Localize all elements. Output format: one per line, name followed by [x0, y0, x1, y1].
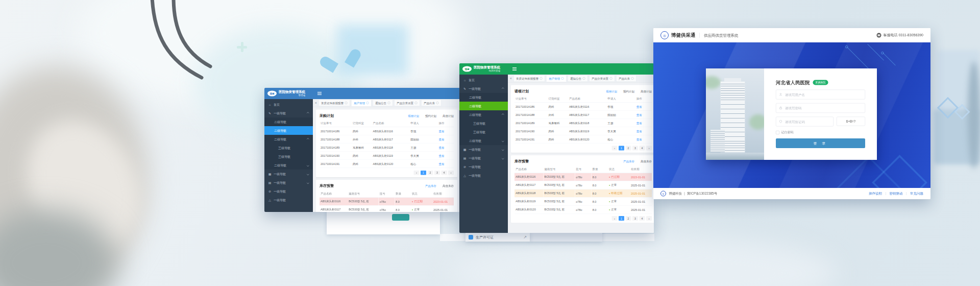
remember-checkbox[interactable] [776, 131, 779, 134]
sidebar-item-4[interactable]: 二级导航 [264, 135, 313, 144]
tab-close-icon[interactable] [345, 102, 348, 104]
license-list-item[interactable]: 生产许可证 ↗ [465, 233, 530, 242]
hamburger-icon[interactable] [512, 69, 517, 69]
sidebar-item-2[interactable]: 二级导航 [264, 117, 313, 126]
page-next[interactable]: › [448, 171, 454, 175]
card-link-2[interactable]: 高值计划 [641, 89, 652, 93]
tab-2[interactable]: 通知公告 [373, 100, 393, 106]
page-3[interactable]: 3 [632, 216, 638, 221]
sidebar-item-2[interactable]: 二级导航 [459, 93, 508, 102]
page-next[interactable]: › [646, 216, 652, 221]
view-link[interactable]: 查看 [438, 130, 444, 133]
page-prev[interactable]: ‹ [612, 216, 618, 221]
sidebar-item-10[interactable]: ⊘一级导航 [264, 187, 313, 196]
tab-close-icon[interactable] [415, 102, 418, 104]
sidebar-item-6[interactable]: 三级导航 [264, 152, 313, 161]
sidebar-item-9[interactable]: ▤一级导航 [459, 154, 508, 162]
sidebar-item-0[interactable]: ⌂首页 [459, 76, 508, 84]
tab-close-icon[interactable] [436, 102, 439, 104]
login-button[interactable]: 登 录 [776, 138, 865, 148]
footer-link-help[interactable]: 操作说明 [869, 192, 882, 196]
sidebar-item-9[interactable]: ▤一级导航 [264, 178, 313, 187]
page-2[interactable]: 2 [428, 171, 433, 175]
tab-2[interactable]: 通知公告 [568, 75, 588, 82]
tab-3[interactable]: 产品分类设置 [589, 75, 615, 82]
page-4[interactable]: 4 [640, 146, 645, 151]
tab-0[interactable]: 资质证件效期预警 [318, 100, 350, 106]
view-link[interactable]: 查看 [438, 146, 444, 149]
tab-close-icon[interactable] [631, 77, 634, 80]
page-3[interactable]: 3 [632, 146, 638, 151]
sidebar-item-7[interactable]: 二级导航 [459, 136, 508, 145]
view-link[interactable]: 查看 [438, 138, 444, 141]
card-link-1[interactable]: 预约计划 [623, 89, 634, 93]
password-field[interactable] [785, 106, 862, 110]
card-link-0[interactable]: 产品库存 [623, 159, 634, 163]
sidebar-item-6[interactable]: 三级导航 [459, 128, 508, 136]
plan-table: 计划单号订货科室产品名称申请人操作20171001A186内科ABS床头柜011… [514, 95, 652, 144]
sidebar-item-1[interactable]: ✎一级导航 [459, 84, 508, 93]
card-link-0[interactable]: 产品库存 [425, 184, 436, 188]
sidebar-item-4[interactable]: 二级导航 [459, 110, 508, 119]
collapse-tabs-icon[interactable]: « [315, 101, 317, 105]
tab-1[interactable]: 用户管理 [351, 100, 372, 106]
tab-close-icon[interactable] [540, 77, 543, 80]
sidebar-item-5[interactable]: 三级导航 [264, 144, 313, 152]
page-2[interactable]: 2 [626, 216, 631, 221]
card-link-1[interactable]: 高值库存 [443, 184, 454, 188]
page-4[interactable]: 4 [442, 171, 447, 175]
card-link-2[interactable]: 高值计划 [443, 114, 454, 118]
page-3[interactable]: 3 [434, 171, 440, 175]
view-link[interactable]: 查看 [636, 138, 642, 141]
fragment-button[interactable] [392, 214, 409, 221]
tab-close-icon[interactable] [583, 77, 585, 80]
expand-icon[interactable]: ↗ [523, 235, 527, 240]
tab-4[interactable]: 产品出库 [421, 100, 442, 106]
page-1[interactable]: 1 [619, 216, 624, 221]
collapse-tabs-icon[interactable]: « [510, 77, 512, 81]
page-4[interactable]: 4 [640, 216, 645, 221]
page-2[interactable]: 2 [626, 146, 631, 151]
view-link[interactable]: 查看 [636, 113, 642, 116]
captcha-question[interactable]: 6+8=? [837, 117, 865, 126]
sidebar-item-11[interactable]: △一级导航 [264, 196, 313, 204]
view-link[interactable]: 查看 [636, 105, 642, 108]
card-link-0[interactable]: 领用计划 [606, 89, 617, 93]
card-link-1[interactable]: 预约计划 [425, 114, 436, 118]
footer-link-key-driver[interactable]: 密钥驱动 [890, 192, 903, 196]
sidebar-item-0[interactable]: ⌂首页 [264, 100, 313, 109]
sidebar-item-3[interactable]: 二级导航 [459, 102, 508, 110]
page-next[interactable]: › [646, 146, 652, 151]
footer-link-faq[interactable]: 常见问题 [910, 192, 923, 196]
page-prev[interactable]: ‹ [612, 146, 618, 151]
sidebar-item-11[interactable]: △一级导航 [459, 171, 508, 180]
tab-close-icon[interactable] [388, 102, 390, 104]
tab-close-icon[interactable] [366, 102, 369, 104]
view-link[interactable]: 查看 [636, 122, 642, 125]
tab-3[interactable]: 产品分类设置 [394, 100, 420, 106]
sidebar-item-8[interactable]: ▦一级导航 [459, 145, 508, 154]
view-link[interactable]: 查看 [438, 162, 444, 165]
hospital-badge[interactable]: 更换医院 [813, 80, 828, 85]
tab-1[interactable]: 用户管理 [546, 75, 567, 82]
card-link-0[interactable]: 领用计划 [408, 114, 419, 118]
sidebar-item-7[interactable]: 二级导航 [264, 161, 313, 170]
sidebar-item-5[interactable]: 三级导航 [459, 119, 508, 128]
tab-0[interactable]: 资质证件效期预警 [513, 75, 545, 82]
sidebar-item-8[interactable]: ▦一级导航 [264, 170, 313, 178]
view-link[interactable]: 查看 [438, 154, 444, 157]
page-1[interactable]: 1 [619, 146, 624, 151]
captcha-field[interactable] [785, 120, 830, 124]
page-prev[interactable]: ‹ [414, 171, 420, 175]
sidebar-item-3[interactable]: 二级导航 [264, 126, 313, 135]
username-field[interactable] [785, 92, 862, 97]
sidebar-item-10[interactable]: ⊘一级导航 [459, 162, 508, 171]
page-1[interactable]: 1 [421, 171, 426, 175]
tab-close-icon[interactable] [610, 77, 612, 80]
tab-close-icon[interactable] [561, 77, 564, 80]
card-link-1[interactable]: 高值库存 [641, 159, 652, 163]
sidebar-item-1[interactable]: ✎一级导航 [264, 109, 313, 117]
tab-4[interactable]: 产品出库 [616, 75, 636, 82]
view-link[interactable]: 查看 [636, 130, 642, 133]
hamburger-icon[interactable] [317, 93, 322, 94]
